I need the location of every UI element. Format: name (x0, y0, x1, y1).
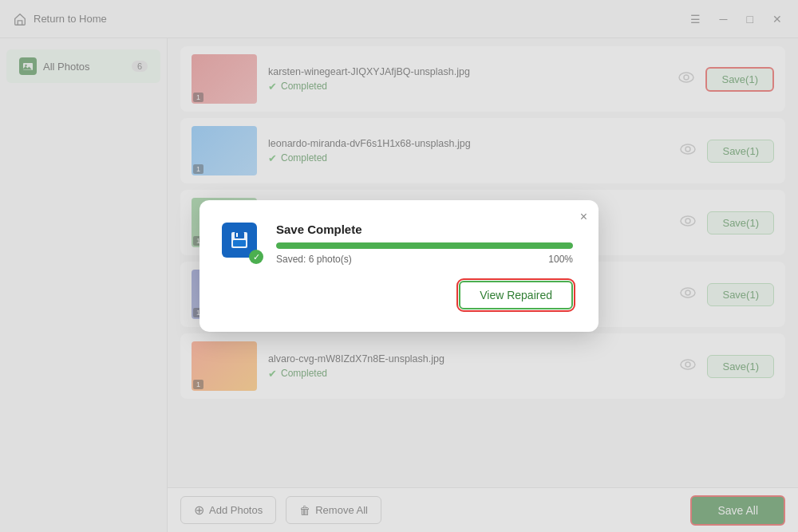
modal-icon: ✓ (222, 223, 263, 264)
progress-label: Saved: 6 photo(s) (276, 254, 352, 265)
view-repaired-button[interactable]: View Repaired (459, 281, 573, 309)
svg-rect-14 (233, 240, 246, 246)
check-badge: ✓ (249, 250, 263, 264)
modal-overlay: × ✓ Save Complete (0, 0, 798, 532)
progress-info: Saved: 6 photo(s) 100% (276, 254, 573, 265)
svg-rect-13 (235, 232, 244, 238)
modal-content: ✓ Save Complete Saved: 6 photo(s) 100% V… (222, 223, 573, 309)
progress-bar-fill (276, 242, 573, 249)
svg-rect-15 (236, 233, 238, 237)
modal-actions: View Repaired (276, 281, 573, 309)
progress-bar-background (276, 242, 573, 249)
progress-value: 100% (548, 254, 573, 265)
modal-body: Save Complete Saved: 6 photo(s) 100% Vie… (276, 223, 573, 309)
modal-title: Save Complete (276, 223, 573, 236)
save-complete-modal: × ✓ Save Complete (200, 200, 598, 332)
modal-close-button[interactable]: × (580, 210, 587, 224)
